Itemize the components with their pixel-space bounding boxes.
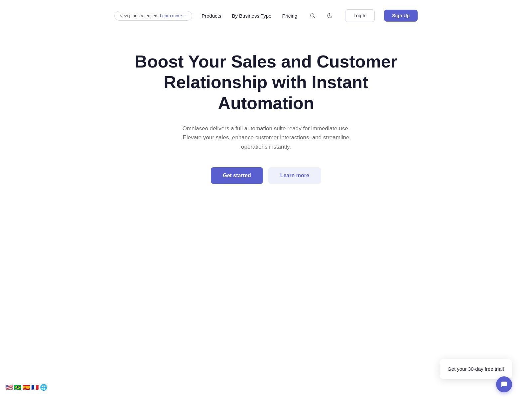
announcement-learn-more[interactable]: Learn more xyxy=(160,13,182,18)
hero-title: Boost Your Sales and Customer Relationsh… xyxy=(133,51,399,113)
chat-icon xyxy=(500,381,508,388)
search-button[interactable] xyxy=(307,10,319,22)
flag-strip: 🇺🇸 🇧🇷 🇪🇸 🇫🇷 🌐 xyxy=(5,384,47,390)
chat-bubble-button[interactable] xyxy=(496,376,512,392)
flag-es: 🇪🇸 xyxy=(23,384,30,390)
chat-widget-text: Get your 30-day free trial! xyxy=(448,366,504,372)
flag-fr: 🇫🇷 xyxy=(31,384,39,390)
hero-subtitle: Omniaseo delivers a full automation suit… xyxy=(173,124,359,151)
search-icon xyxy=(310,13,316,19)
get-started-button[interactable]: Get started xyxy=(211,167,263,184)
hero-buttons: Get started Learn more xyxy=(211,167,321,184)
svg-line-1 xyxy=(314,17,315,18)
announcement-bar: New plans released. Learn more → xyxy=(114,11,192,21)
hero-section: Boost Your Sales and Customer Relationsh… xyxy=(0,31,532,210)
moon-icon xyxy=(327,13,333,19)
navbar: New plans released. Learn more → Product… xyxy=(0,0,532,31)
flag-br: 🇧🇷 xyxy=(14,384,21,390)
signup-button[interactable]: Sign Up xyxy=(384,10,418,22)
nav-icons xyxy=(307,10,336,22)
chat-widget: Get your 30-day free trial! xyxy=(440,359,512,379)
nav-link-pricing[interactable]: Pricing xyxy=(282,13,297,19)
announcement-arrow: → xyxy=(183,13,187,18)
learn-more-button[interactable]: Learn more xyxy=(268,167,321,184)
nav-link-business-type[interactable]: By Business Type xyxy=(232,13,271,19)
flag-us: 🇺🇸 xyxy=(5,384,13,390)
nav-links: Products By Business Type Pricing xyxy=(201,13,297,19)
dark-mode-button[interactable] xyxy=(324,10,336,22)
flag-other: 🌐 xyxy=(40,384,47,390)
login-button[interactable]: Log In xyxy=(345,9,375,22)
nav-link-products[interactable]: Products xyxy=(201,13,221,19)
announcement-text: New plans released. xyxy=(119,13,159,18)
